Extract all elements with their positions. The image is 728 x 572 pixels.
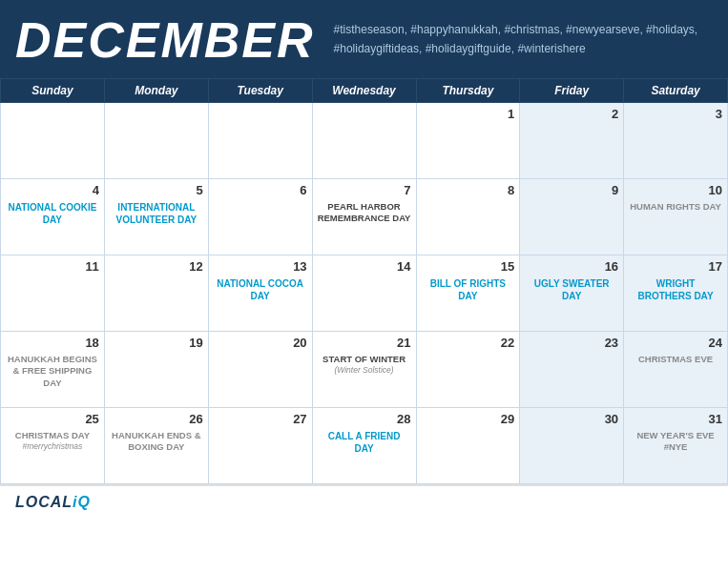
header: DECEMBER #tistheseason, #happyhanukkah, … [0, 0, 728, 78]
date-22: 22 [422, 336, 515, 350]
date-10: 10 [629, 183, 722, 197]
date-31: 31 [629, 412, 722, 426]
week-5: 25 CHRISTMAS DAY #merrychristmas 26 HANU… [1, 408, 728, 484]
event-volunteer-day: INTERNATIONAL VOLUNTEER DAY [110, 201, 203, 226]
date-20: 20 [214, 336, 307, 350]
col-wednesday: Wednesday [312, 79, 416, 103]
cell-dec-29: 29 [416, 408, 520, 484]
cell-empty-3 [208, 103, 312, 179]
date-11: 11 [6, 259, 99, 274]
cell-dec-15: 15 BILL OF RIGHTS DAY [416, 255, 520, 332]
cell-dec-31: 31 New Year's Eve #NYE [624, 408, 728, 484]
date-17: 17 [629, 259, 722, 274]
cell-dec-6: 6 [208, 179, 312, 255]
cell-dec-1: 1 [416, 103, 520, 179]
cell-dec-12: 12 [104, 255, 208, 332]
date-21: 21 [318, 336, 411, 350]
cell-dec-5: 5 INTERNATIONAL VOLUNTEER DAY [104, 179, 208, 255]
event-start-of-winter: START OF WINTER [318, 354, 411, 365]
event-national-cookie-day: NATIONAL COOKIE DAY [6, 201, 99, 226]
date-25: 25 [6, 412, 99, 426]
week-2: 4 NATIONAL COOKIE DAY 5 INTERNATIONAL VO… [1, 179, 728, 255]
cell-dec-9: 9 [520, 179, 624, 255]
date-27: 27 [214, 412, 307, 426]
event-christmas-day: CHRISTMAS DAY [6, 430, 99, 441]
cell-empty-1 [1, 103, 105, 179]
date-29: 29 [422, 412, 515, 426]
date-23: 23 [525, 336, 618, 350]
cell-dec-4: 4 NATIONAL COOKIE DAY [1, 179, 105, 255]
date-8: 8 [422, 183, 515, 197]
month-title: DECEMBER [15, 11, 315, 69]
cell-dec-2: 2 [520, 103, 624, 179]
cell-dec-28: 28 CALL A FRIEND DAY [312, 408, 416, 484]
cell-dec-30: 30 [520, 408, 624, 484]
event-cocoa-day: NATIONAL COCOA DAY [214, 277, 307, 302]
cell-dec-18: 18 HANUKKAH BEGINS & FREE SHIPPING DAY [1, 332, 105, 408]
cell-dec-21: 21 START OF WINTER (Winter Solstice) [312, 332, 416, 408]
date-16: 16 [525, 259, 618, 274]
cell-dec-11: 11 [1, 255, 105, 332]
date-3: 3 [629, 107, 722, 121]
date-13: 13 [214, 259, 307, 274]
cell-dec-20: 20 [208, 332, 312, 408]
cell-dec-26: 26 HANUKKAH ENDS & BOXING DAY [104, 408, 208, 484]
cell-empty-2 [104, 103, 208, 179]
date-18: 18 [6, 336, 99, 350]
event-winter-solstice-sub: (Winter Solstice) [318, 365, 411, 375]
event-human-rights-day: HUMAN RIGHTS DAY [629, 201, 722, 213]
event-christmas-hashtag: #merrychristmas [6, 441, 99, 451]
date-19: 19 [110, 336, 203, 350]
date-12: 12 [110, 259, 203, 274]
cell-dec-14: 14 [312, 255, 416, 332]
cell-dec-3: 3 [624, 103, 728, 179]
cell-empty-4 [312, 103, 416, 179]
event-hanukkah-begins: HANUKKAH BEGINS & FREE SHIPPING DAY [6, 354, 99, 389]
date-1: 1 [422, 107, 515, 121]
event-bill-of-rights: BILL OF RIGHTS DAY [422, 277, 515, 302]
date-24: 24 [629, 336, 722, 350]
cell-dec-10: 10 HUMAN RIGHTS DAY [624, 179, 728, 255]
event-call-friend: CALL A FRIEND DAY [318, 430, 411, 455]
col-tuesday: Tuesday [208, 79, 312, 103]
week-4: 18 HANUKKAH BEGINS & FREE SHIPPING DAY 1… [1, 332, 728, 408]
calendar-table: Sunday Monday Tuesday Wednesday Thursday… [0, 78, 728, 484]
event-hanukkah-ends: HANUKKAH ENDS & BOXING DAY [110, 430, 203, 454]
logo-local: LOCAL [15, 494, 73, 510]
date-2: 2 [525, 107, 618, 121]
cell-dec-27: 27 [208, 408, 312, 484]
cell-dec-24: 24 CHRISTMAS EVE [624, 332, 728, 408]
col-thursday: Thursday [416, 79, 520, 103]
days-header-row: Sunday Monday Tuesday Wednesday Thursday… [1, 79, 728, 103]
cell-dec-22: 22 [416, 332, 520, 408]
date-28: 28 [318, 412, 411, 426]
cell-dec-13: 13 NATIONAL COCOA DAY [208, 255, 312, 332]
cell-dec-8: 8 [416, 179, 520, 255]
event-new-years-eve: New Year's Eve #NYE [629, 430, 722, 454]
cell-dec-23: 23 [520, 332, 624, 408]
logo-iq: iQ [73, 494, 91, 510]
date-7: 7 [318, 183, 411, 197]
cell-dec-19: 19 [104, 332, 208, 408]
date-9: 9 [525, 183, 618, 197]
footer-logo: LOCALiQ [15, 494, 713, 511]
date-14: 14 [318, 259, 411, 274]
event-ugly-sweater: UGLY SWEATER DAY [525, 277, 618, 302]
date-5: 5 [110, 183, 203, 197]
date-30: 30 [525, 412, 618, 426]
col-sunday: Sunday [1, 79, 105, 103]
week-1: 1 2 3 [1, 103, 728, 179]
date-6: 6 [214, 183, 307, 197]
cell-dec-7: 7 PEARL HARBOR REMEMBRANCE DAY [312, 179, 416, 255]
cell-dec-17: 17 WRIGHT BROTHERS DAY [624, 255, 728, 332]
event-wright-brothers: WRIGHT BROTHERS DAY [629, 277, 722, 302]
week-3: 11 12 13 NATIONAL COCOA DAY 14 15 BILL O… [1, 255, 728, 332]
col-friday: Friday [520, 79, 624, 103]
event-pearl-harbor: PEARL HARBOR REMEMBRANCE DAY [318, 201, 411, 225]
cell-dec-25: 25 CHRISTMAS DAY #merrychristmas [1, 408, 105, 484]
date-4: 4 [6, 183, 99, 197]
event-christmas-eve: CHRISTMAS EVE [629, 354, 722, 365]
date-15: 15 [422, 259, 515, 274]
footer: LOCALiQ [0, 484, 728, 519]
col-saturday: Saturday [624, 79, 728, 103]
